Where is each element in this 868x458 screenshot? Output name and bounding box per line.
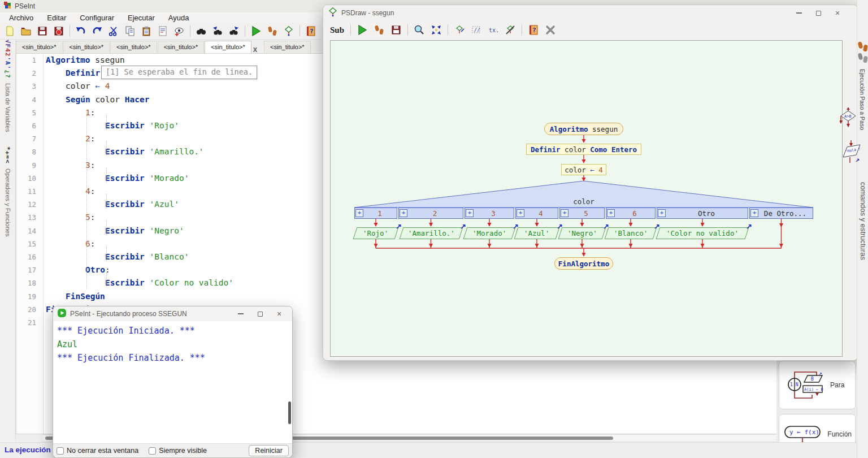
case-add-button[interactable]: + [561,209,568,217]
panel-tab-commands[interactable]: comandos y estructuras [859,182,867,260]
flowchart-output-shape[interactable]: 'Color no valido'↗ [656,227,749,239]
help-icon[interactable]: ? [526,23,541,37]
paste-icon[interactable] [139,24,154,38]
switch-case-cell[interactable]: +1 [354,208,397,219]
flowchart-output-shape[interactable]: 'Blanco'↗ [605,227,657,239]
maximize-icon[interactable] [250,308,270,320]
close-icon[interactable]: × [828,7,847,19]
output-text: 'Morado' [472,229,506,237]
tab-sin-titulo-3[interactable]: <sin_titulo>* [110,41,157,53]
flowchart-output-shape[interactable]: 'Negro'↗ [558,227,606,239]
menu-item-archivo[interactable]: Archivo [2,13,40,23]
case-add-button[interactable]: + [658,209,666,217]
flowchart-output-shape[interactable]: 'Rojo'↗ [353,227,399,239]
step-run-icon[interactable] [265,24,280,38]
tab-sin-titulo-2[interactable]: <sin_titulo>* [63,41,110,53]
run-icon[interactable] [355,23,370,37]
line-number: 14 [19,227,36,235]
syntax-check-icon[interactable] [155,24,170,38]
case-add-button[interactable]: + [607,209,615,217]
output-text: 'Negro' [567,229,597,237]
flowchart-start-shape[interactable]: Algoritmo ssegun [544,123,623,135]
case-add-button[interactable]: + [400,209,407,217]
switch-case-cell[interactable]: +Otro [657,208,748,219]
code-token: Algoritmo [46,55,90,64]
tab-sin-titulo-1[interactable]: <sin_titulo>* [16,41,63,53]
checkbox-icon[interactable] [57,447,64,455]
edit-flow-icon[interactable] [452,23,467,37]
tab-sin-titulo-5[interactable]: <sin_titulo>* [205,41,251,53]
case-add-button[interactable]: + [355,209,363,217]
flowchart-define-shape[interactable]: Definir color Como Entero [526,144,641,155]
flowchart-output-shape[interactable]: 'Azul'↗ [514,227,560,239]
save-all-icon[interactable] [51,24,66,38]
save-icon[interactable] [35,24,50,38]
switch-case-cell[interactable]: +5 [559,208,605,219]
close-icon[interactable]: × [270,308,289,320]
flowchart-canvas[interactable]: Algoritmo ssegunDefinir color Como Enter… [330,40,843,357]
comment-icon[interactable]: // [469,23,484,37]
no-edit-icon[interactable] [503,23,518,37]
fit-view-icon[interactable] [429,23,444,37]
code-token: color [90,95,125,104]
checkbox-icon[interactable] [149,447,156,455]
tab-sin-titulo-4[interactable]: <sin_titulo>* [158,41,205,53]
switch-case-cell[interactable]: +4 [515,208,558,219]
menu-item-ejecutar[interactable]: Ejecutar [121,13,162,23]
command-card-para[interactable]: 1 N B ↗ A(i) ← B Para [779,361,856,409]
flowchart-end-shape[interactable]: FinAlgoritmo [554,257,613,270]
find-next-icon[interactable] [227,24,241,38]
switch-case-cell[interactable]: +6 [606,208,656,219]
maximize-icon[interactable] [809,7,828,19]
draw-flowchart-icon[interactable] [281,24,296,38]
text-edit-icon[interactable]: tx.. [486,23,501,37]
switch-case-cell[interactable]: +De Otro... [749,208,813,219]
panel-tab-operadores[interactable]: *+=<Operadores y Funciones [0,146,15,236]
code-token: : [90,161,96,170]
menu-item-ayuda[interactable]: Ayuda [162,13,196,23]
desktop: PSeInt ArchivoEditarConfigurarEjecutarAy… [0,0,868,458]
save-icon[interactable] [389,23,403,37]
help-icon[interactable]: ? [303,24,318,38]
step-run-icon[interactable] [372,23,387,37]
panel-tab-variables[interactable]: √F42'A'¿?Lista de Variables [0,40,15,132]
subprocess-button[interactable]: Sub [328,25,346,35]
new-file-icon[interactable] [2,24,17,38]
panel-tab-step-execution[interactable]: Ejecución Paso a Paso [859,69,866,130]
flowchart-assign-shape[interactable]: color ← 4 [561,164,606,175]
case-add-button[interactable]: + [517,209,524,217]
restart-button[interactable]: Reiniciar [249,445,289,456]
minimize-icon[interactable] [231,308,250,320]
console-output[interactable]: *** Ejecución Iniciada. ***Azul*** Ejecu… [54,321,292,443]
zoom-icon[interactable] [412,23,427,37]
console-scrollbar-thumb[interactable] [288,401,291,424]
cut-icon[interactable] [106,24,121,38]
always-visible-checkbox[interactable]: Siempre visible [149,447,207,455]
commands-tab-icons[interactable]: A>B 'Hola !' ↗ [840,107,858,181]
checkbox-label: No cerrar esta ventana [67,447,138,455]
menu-item-configurar[interactable]: Configurar [73,13,121,23]
redo-icon[interactable] [90,24,105,38]
find-prev-icon[interactable] [210,24,225,38]
menu-item-editar[interactable]: Editar [40,13,73,23]
run-icon[interactable] [249,24,263,38]
copy-icon[interactable] [123,24,137,38]
find-icon[interactable] [194,24,209,38]
undo-icon[interactable] [73,24,88,38]
flowchart-output-shape[interactable]: 'Amarillo.'↗ [399,227,463,239]
minimize-icon[interactable] [789,7,809,19]
case-add-button[interactable]: + [750,209,758,217]
line-number: 21 [19,318,36,327]
open-file-icon[interactable] [19,24,33,38]
psdraw-titlebar[interactable]: PSDraw - ssegun × [323,5,857,21]
case-add-button[interactable]: + [466,209,474,217]
close-tool-icon[interactable] [543,23,558,37]
tab-sin-titulo-6[interactable]: <sin_titulo>* [264,41,311,53]
tab-close-icon[interactable]: X [252,44,261,53]
flowchart-output-shape[interactable]: 'Morado'↗ [463,227,516,239]
switch-case-cell[interactable]: +2 [398,208,463,219]
console-titlebar[interactable]: PSeInt - Ejecutando proceso SSEGUN × [53,306,292,321]
switch-case-cell[interactable]: +3 [465,208,514,219]
no-close-checkbox[interactable]: No cerrar esta ventana [57,447,138,455]
preview-icon[interactable] [172,24,186,38]
